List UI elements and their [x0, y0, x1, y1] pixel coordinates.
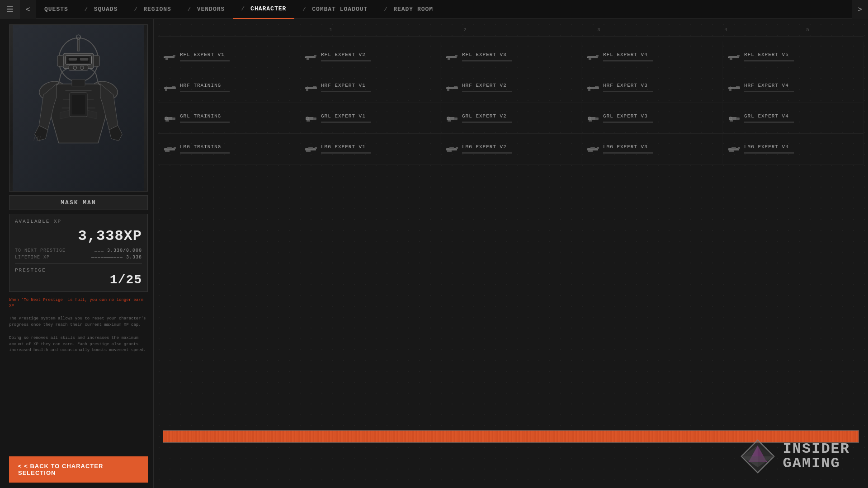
- svg-rect-35: [448, 58, 450, 60]
- svg-rect-50: [313, 86, 316, 87]
- skill-row-0: RFL expert v1 RFL expert v2 RFL expert v…: [158, 42, 863, 72]
- svg-rect-104: [731, 147, 736, 149]
- skill-name: GRL expert v4: [744, 113, 858, 119]
- skill-cell-rfl-expert-v5[interactable]: RFL expert v5: [722, 42, 863, 72]
- skill-cell-lmg-expert-v2[interactable]: LMG expert v2: [440, 134, 581, 164]
- svg-rect-96: [449, 147, 454, 149]
- svg-rect-76: [448, 120, 451, 122]
- svg-rect-42: [737, 55, 740, 56]
- skill-cell-rfl-expert-v3[interactable]: RFL expert v3: [440, 42, 581, 72]
- hrf-weapon-icon: [305, 84, 317, 92]
- lmg-weapon-icon: [446, 145, 458, 153]
- skill-name: LMG training: [180, 144, 293, 150]
- svg-rect-54: [454, 86, 458, 87]
- svg-rect-92: [308, 147, 313, 149]
- svg-rect-5: [69, 58, 76, 61]
- svg-rect-94: [456, 147, 458, 149]
- nav-next-button[interactable]: >: [852, 0, 868, 19]
- skill-name: LMG expert v1: [321, 144, 434, 150]
- skill-cell-lmg-expert-v4[interactable]: LMG expert v4: [722, 134, 863, 164]
- grl-weapon-icon: [446, 114, 458, 122]
- svg-rect-7: [69, 65, 88, 70]
- skill-name: HRF expert v3: [603, 83, 717, 88]
- xp-lifetime-label: LIFETIME XP: [15, 255, 50, 260]
- skill-cell-grl-training[interactable]: GRL training: [158, 103, 299, 133]
- svg-rect-68: [165, 120, 169, 122]
- tab-vendors[interactable]: VENDORS: [179, 0, 233, 19]
- skill-bar: [321, 91, 371, 92]
- grl-weapon-icon: [305, 114, 317, 122]
- skill-cell-hrf-training[interactable]: HRF training: [158, 72, 299, 103]
- tab-regions[interactable]: REGIONS: [126, 0, 179, 19]
- svg-rect-58: [595, 86, 599, 87]
- tab-squads[interactable]: SQUADS: [76, 0, 126, 19]
- svg-rect-21: [57, 56, 64, 66]
- nav-prev-button[interactable]: <: [20, 0, 36, 19]
- svg-rect-38: [596, 55, 599, 56]
- skill-cell-rfl-expert-v4[interactable]: RFL expert v4: [581, 42, 722, 72]
- svg-rect-84: [730, 120, 733, 122]
- skill-name: RFL expert v3: [462, 52, 576, 57]
- xp-to-next-label: TO NEXT PRESTIGE: [15, 248, 66, 253]
- xp-lifetime-row: LIFETIME XP —————————— 3.338: [15, 255, 142, 260]
- skill-bar: [462, 152, 512, 154]
- tab-combat-loadout[interactable]: COMBAT LOADOUT: [294, 0, 376, 19]
- skill-bar: [462, 91, 512, 92]
- main-content: MASK MAN AVAILABLE XP 3,338XP TO NEXT PR…: [0, 19, 868, 488]
- svg-rect-30: [314, 55, 316, 56]
- skill-cell-grl-expert-v4[interactable]: GRL expert v4: [722, 103, 863, 133]
- svg-rect-90: [315, 147, 317, 149]
- tab-quests[interactable]: QUESTS: [36, 0, 76, 19]
- skill-cell-hrf-expert-v4[interactable]: HRF expert v4: [722, 72, 863, 103]
- skill-bar: [603, 122, 653, 123]
- svg-rect-55: [447, 89, 449, 91]
- skill-cell-hrf-expert-v2[interactable]: HRF expert v2: [440, 72, 581, 103]
- svg-rect-98: [597, 147, 599, 149]
- skill-cell-grl-expert-v1[interactable]: GRL expert v1: [299, 103, 440, 133]
- hrf-weapon-icon: [728, 84, 741, 92]
- svg-rect-40: [587, 56, 588, 58]
- svg-rect-103: [729, 150, 734, 152]
- svg-rect-26: [173, 55, 175, 56]
- tier-ruler: ——————————————1—————— ——————————————2———…: [158, 23, 863, 37]
- skill-bar: [462, 60, 512, 61]
- tab-character[interactable]: CHARACTER: [233, 0, 294, 19]
- svg-rect-6: [80, 58, 88, 61]
- svg-rect-100: [590, 147, 595, 149]
- skill-bar: [180, 152, 230, 154]
- skill-cell-hrf-expert-v1[interactable]: HRF expert v1: [299, 72, 440, 103]
- skill-name: RFL expert v4: [603, 52, 717, 57]
- svg-rect-91: [306, 150, 311, 152]
- skill-bar: [744, 152, 794, 154]
- skill-cell-rfl-expert-v2[interactable]: RFL expert v2: [299, 42, 440, 72]
- skill-cell-lmg-expert-v3[interactable]: LMG expert v3: [581, 134, 722, 164]
- skill-cell-lmg-expert-v1[interactable]: LMG expert v1: [299, 134, 440, 164]
- svg-rect-28: [164, 56, 165, 58]
- svg-rect-61: [728, 87, 740, 89]
- skill-cell-rfl-expert-v1[interactable]: RFL expert v1: [158, 42, 299, 72]
- menu-button[interactable]: ☰: [0, 0, 20, 19]
- character-name: MASK MAN: [9, 195, 148, 210]
- svg-rect-87: [165, 150, 170, 152]
- skill-name: GRL expert v1: [321, 113, 434, 119]
- insider-diamond-icon: [740, 438, 776, 474]
- lmg-weapon-icon: [305, 145, 317, 153]
- tab-ready-room[interactable]: READY ROOM: [376, 0, 441, 19]
- insider-bottom-label: GAMING: [783, 456, 850, 471]
- skill-bar: [744, 60, 794, 61]
- skill-cell-grl-expert-v2[interactable]: GRL expert v2: [440, 103, 581, 133]
- skill-cell-grl-expert-v3[interactable]: GRL expert v3: [581, 103, 722, 133]
- skill-cell-hrf-expert-v3[interactable]: HRF expert v3: [581, 72, 722, 103]
- lmg-weapon-icon: [728, 145, 741, 153]
- left-panel: MASK MAN AVAILABLE XP 3,338XP TO NEXT PR…: [0, 19, 154, 488]
- xp-to-next-row: TO NEXT PRESTIGE ……… 3.330/0.000: [15, 248, 142, 253]
- svg-rect-53: [446, 87, 458, 89]
- skill-name: GRL training: [180, 113, 293, 119]
- skill-name: GRL expert v2: [462, 113, 576, 119]
- back-to-character-selection-button[interactable]: < BACK TO CHARACTER SELECTION: [9, 456, 148, 483]
- skill-bar: [180, 60, 230, 61]
- prestige-value: 1/25: [15, 273, 142, 287]
- svg-rect-36: [446, 56, 447, 58]
- skill-cell-lmg-training[interactable]: LMG training: [158, 134, 299, 164]
- tier-marker-3: ——————————————3——————: [553, 28, 620, 33]
